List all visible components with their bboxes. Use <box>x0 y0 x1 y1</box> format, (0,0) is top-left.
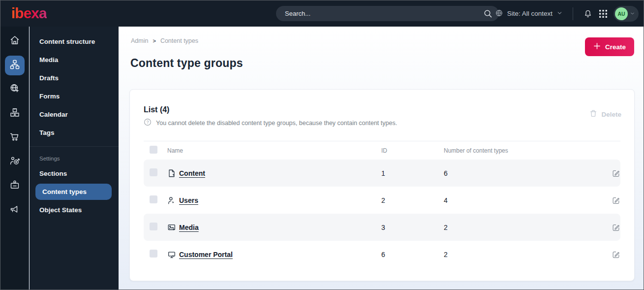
edit-icon[interactable] <box>612 250 620 259</box>
select-all-checkbox[interactable] <box>150 146 157 154</box>
megaphone-icon <box>9 203 21 217</box>
avatar: AU <box>615 7 628 20</box>
notifications-bell-icon[interactable] <box>583 9 593 19</box>
group-id: 1 <box>381 169 444 177</box>
user-icon <box>167 196 179 205</box>
boxes-icon <box>9 107 21 121</box>
table-row: Media 3 2 <box>144 214 620 241</box>
group-count: 2 <box>444 224 612 231</box>
sidebar-item-content-types[interactable]: Content types <box>35 184 112 200</box>
sidebar-item-tags[interactable]: Tags <box>30 124 119 142</box>
breadcrumb-separator: > <box>153 38 155 44</box>
edit-icon[interactable] <box>612 196 620 205</box>
search-input[interactable] <box>276 6 499 21</box>
person-target-icon <box>9 155 21 169</box>
breadcrumb-admin[interactable]: Admin <box>131 37 148 44</box>
globe-icon <box>495 9 503 19</box>
page-title: Content type groups <box>130 57 243 70</box>
plus-icon <box>593 42 601 51</box>
sidebar-item-calendar[interactable]: Calendar <box>30 105 119 124</box>
svg-text:?: ? <box>147 120 149 125</box>
breadcrumb: Admin > Content types <box>131 37 198 44</box>
row-checkbox[interactable] <box>150 223 157 230</box>
column-header-name: Name <box>167 147 381 154</box>
sidebar-divider <box>30 146 119 147</box>
delete-button[interactable]: Delete <box>589 109 621 119</box>
group-link[interactable]: Content <box>179 169 205 177</box>
global-search <box>276 6 499 21</box>
user-menu[interactable]: AU <box>613 6 639 22</box>
module-rail <box>0 27 29 290</box>
sidebar: Content structure Media Drafts Forms Cal… <box>30 27 119 290</box>
group-id: 3 <box>381 224 444 231</box>
table-header: Name ID Number of content types <box>144 141 620 160</box>
topbar-divider <box>573 7 573 20</box>
sidebar-item-sections[interactable]: Sections <box>30 164 119 183</box>
create-button[interactable]: Create <box>585 37 634 56</box>
row-checkbox[interactable] <box>150 250 157 258</box>
list-hint: ? You cannot delete the disabled content… <box>144 118 620 128</box>
group-count: 6 <box>444 169 612 177</box>
app-grid-icon[interactable] <box>599 9 608 18</box>
group-id: 2 <box>381 196 444 204</box>
table-row: Users 2 4 <box>144 187 620 214</box>
content-type-groups-card: List (4) ? You cannot delete the disable… <box>129 89 635 281</box>
column-header-id: ID <box>381 147 444 154</box>
topbar-right-cluster: Site: All context AU <box>495 0 639 27</box>
question-circle-icon: ? <box>144 118 152 128</box>
rail-item-personalization[interactable] <box>5 152 25 172</box>
cart-icon <box>9 131 21 145</box>
file-icon <box>167 169 179 178</box>
create-button-label: Create <box>605 43 626 51</box>
rail-item-site[interactable] <box>5 80 25 99</box>
table-row: Customer Portal 6 2 <box>144 241 620 268</box>
ibexa-logo[interactable]: ibexa <box>11 5 47 22</box>
chevron-down-icon <box>630 9 635 18</box>
chevron-down-icon <box>556 10 563 18</box>
group-count: 4 <box>444 196 612 204</box>
sitemap-icon <box>9 59 21 72</box>
sidebar-item-drafts[interactable]: Drafts <box>30 69 119 87</box>
globe-cursor-icon <box>9 83 21 97</box>
group-id: 6 <box>381 251 444 258</box>
rail-item-admin[interactable] <box>5 176 25 196</box>
list-title: List (4) <box>144 90 620 114</box>
list-hint-text: You cannot delete the disabled content t… <box>156 120 397 127</box>
rail-item-dashboard[interactable] <box>5 32 25 51</box>
row-checkbox[interactable] <box>150 195 157 203</box>
rail-item-products[interactable] <box>5 104 25 124</box>
trash-icon <box>589 109 597 119</box>
content-type-groups-table: Name ID Number of content types Content … <box>144 141 620 268</box>
group-link[interactable]: Users <box>179 196 198 204</box>
table-row: Content 1 6 <box>144 160 620 187</box>
sidebar-item-object-states[interactable]: Object States <box>30 201 119 219</box>
edit-icon[interactable] <box>612 223 620 232</box>
site-context-label: Site: All context <box>507 10 552 17</box>
edit-icon[interactable] <box>612 169 620 178</box>
rail-item-content[interactable] <box>5 56 25 75</box>
sidebar-item-forms[interactable]: Forms <box>30 87 119 105</box>
rail-item-marketing[interactable] <box>5 200 25 220</box>
top-bar: ibexa Site: All context <box>0 0 644 27</box>
sidebar-settings-label: Settings <box>30 151 119 164</box>
breadcrumb-content-types: Content types <box>160 37 198 44</box>
group-link[interactable]: Customer Portal <box>179 251 233 258</box>
badge-icon <box>9 179 21 193</box>
home-icon <box>9 34 21 48</box>
app-window: ibexa Site: All context <box>0 0 644 290</box>
search-icon[interactable] <box>483 9 492 20</box>
group-link[interactable]: Media <box>179 224 199 231</box>
delete-button-label: Delete <box>601 111 621 118</box>
monitor-icon <box>167 250 179 259</box>
rail-item-commerce[interactable] <box>5 128 25 148</box>
main-content: Admin > Content types Create Content typ… <box>119 27 644 290</box>
group-count: 2 <box>444 251 612 258</box>
row-checkbox[interactable] <box>150 168 157 176</box>
image-icon <box>167 223 179 232</box>
column-header-count: Number of content types <box>444 147 612 154</box>
sidebar-item-media[interactable]: Media <box>30 51 119 69</box>
sidebar-item-content-structure[interactable]: Content structure <box>30 32 119 51</box>
site-context-dropdown[interactable]: Site: All context <box>495 9 563 19</box>
